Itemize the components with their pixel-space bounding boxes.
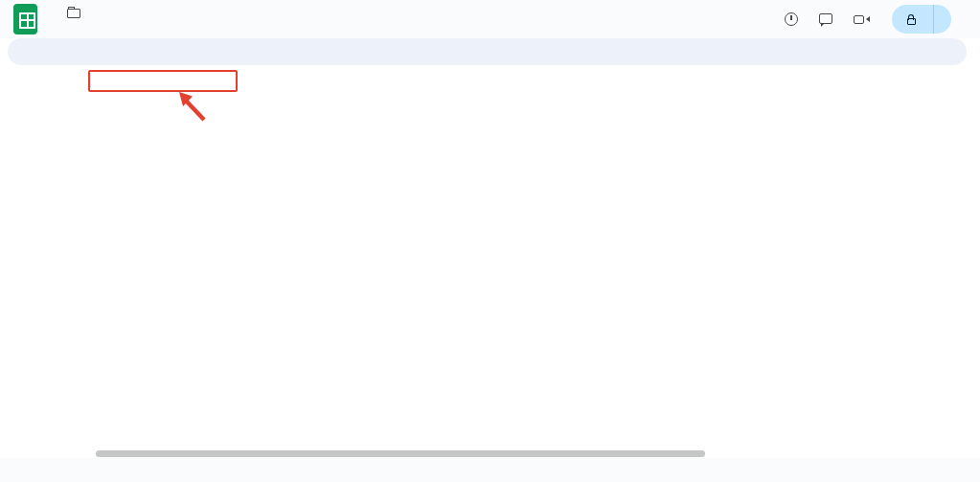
share-dropdown-button[interactable] xyxy=(933,5,951,34)
spreadsheet-grid xyxy=(0,92,980,450)
top-right-actions xyxy=(784,5,970,34)
sheets-logo-icon[interactable] xyxy=(13,4,37,34)
meet-button[interactable] xyxy=(853,12,873,26)
title-area xyxy=(48,3,90,24)
google-sheets-app xyxy=(0,0,980,482)
share-button[interactable] xyxy=(892,13,933,26)
divider xyxy=(90,73,91,88)
horizontal-scrollbar-thumb[interactable] xyxy=(96,450,705,457)
video-camera-icon xyxy=(853,12,870,26)
lock-icon xyxy=(905,13,917,26)
share-button-group xyxy=(892,5,951,34)
toolbar xyxy=(8,38,967,65)
formula-bar xyxy=(0,69,980,93)
sheet-tab-bar xyxy=(0,458,980,482)
move-folder-icon[interactable] xyxy=(67,6,80,19)
version-history-icon[interactable] xyxy=(784,11,799,27)
comments-icon[interactable] xyxy=(818,11,833,27)
top-bar xyxy=(0,0,980,38)
